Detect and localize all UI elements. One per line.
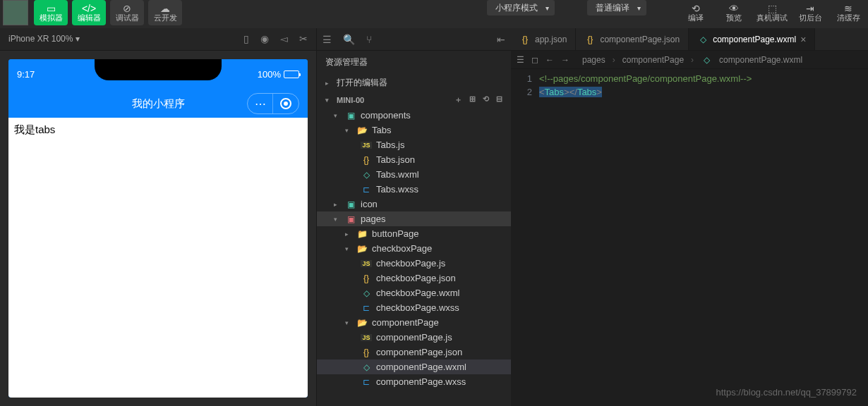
project-section[interactable]: ▾MINI-00 ＋ ⊞ ⟲ ⊟ (317, 92, 511, 108)
search-icon[interactable]: 🔍 (343, 34, 355, 45)
file-tabs-wxss[interactable]: ⊏Tabs.wxss (317, 182, 511, 197)
folder-components[interactable]: ▾▣components (317, 108, 511, 123)
file-checkbox-json[interactable]: {}checkboxPage.json (317, 271, 511, 285)
cut-icon[interactable]: ✂ (299, 33, 308, 44)
folder-tabs[interactable]: ▾📂Tabs (317, 123, 511, 137)
capsule-menu-button[interactable]: ⋯ (248, 94, 273, 113)
capsule-close-button[interactable] (273, 94, 299, 113)
code-area[interactable]: 12 <!--pages/componentPage/componentPage… (511, 69, 868, 102)
explorer-title: 资源管理器 (317, 51, 511, 74)
phone-preview: 9:17 100% 我的小程序 ⋯ 我是tabs (8, 59, 308, 398)
file-component-wxml[interactable]: ◇componentPage.wxml (317, 359, 511, 374)
new-file-icon[interactable]: ＋ (454, 94, 462, 105)
file-checkbox-wxml[interactable]: ◇checkboxPage.wxml (317, 285, 511, 300)
phone-notch (95, 59, 222, 80)
file-tabs-js[interactable]: JSTabs.js (317, 137, 511, 152)
file-component-wxss[interactable]: ⊏componentPage.wxss (317, 374, 511, 389)
tab-app-json[interactable]: {}app.json (511, 28, 576, 50)
simulator-panel: iPhone XR 100% ▾ ▯ ◉ ◅ ✂ 9:17 100% 我的小程序 (0, 28, 316, 406)
file-checkbox-js[interactable]: JScheckboxPage.js (317, 256, 511, 271)
editor-button[interactable]: </>编辑器 (72, 0, 106, 25)
list-icon[interactable]: ☰ (517, 55, 524, 65)
folder-componentpage[interactable]: ▾📂componentPage (317, 315, 511, 330)
app-title: 我的小程序 (132, 97, 185, 109)
preview-button[interactable]: 👁预览 (717, 0, 751, 25)
collapse-icon[interactable]: ⇤ (497, 34, 505, 45)
collapse-all-icon[interactable]: ⊟ (496, 94, 502, 105)
tab-componentpage-wxml[interactable]: ◇componentPage.wxml× (689, 28, 815, 50)
status-time: 9:17 (17, 69, 35, 80)
forward-icon[interactable]: → (561, 55, 569, 65)
new-folder-icon[interactable]: ⊞ (469, 94, 476, 105)
crumb-pages[interactable]: pages (582, 55, 605, 65)
refresh-icon[interactable]: ⟲ (483, 94, 489, 105)
file-tabs-wxml[interactable]: ◇Tabs.wxml (317, 167, 511, 182)
avatar[interactable] (3, 0, 28, 25)
file-checkbox-wxss[interactable]: ⊏checkboxPage.wxss (317, 300, 511, 315)
breadcrumb: ☰ ◻ ← → pages› componentPage› ◇component… (511, 51, 868, 69)
top-toolbar: ▭模拟器 </>编辑器 ⊘调试器 ☁云开发 小程序模式 普通编译 ⟲编译 👁预览… (0, 0, 868, 28)
mute-icon[interactable]: ◅ (280, 33, 288, 44)
folder-checkboxpage[interactable]: ▾📂checkboxPage (317, 241, 511, 256)
simulator-button[interactable]: ▭模拟器 (34, 0, 68, 25)
folder-pages[interactable]: ▾▣pages (317, 211, 511, 226)
explorer-panel: ☰ 🔍 ⑂ ⇤ 资源管理器 ▸打开的编辑器 ▾MINI-00 ＋ ⊞ ⟲ ⊟ ▾… (316, 28, 511, 406)
bookmark-icon[interactable]: ◻ (531, 55, 538, 65)
device-select[interactable]: iPhone XR 100% ▾ (8, 34, 80, 44)
battery-percent: 100% (258, 69, 281, 80)
close-icon[interactable]: × (800, 34, 806, 45)
file-tabs-json[interactable]: {}Tabs.json (317, 152, 511, 167)
device-orientation-icon[interactable]: ▯ (243, 33, 249, 44)
back-icon[interactable]: ← (545, 55, 554, 65)
battery-icon (284, 70, 299, 78)
explorer-toggle-icon[interactable]: ☰ (323, 34, 332, 45)
editor-tabs: {}app.json {}componentPage.json ◇compone… (511, 28, 868, 51)
remote-debug-button[interactable]: ⬚真机调试 (755, 0, 789, 25)
folder-buttonpage[interactable]: ▸📁buttonPage (317, 226, 511, 241)
file-component-json[interactable]: {}componentPage.json (317, 345, 511, 359)
line-gutter: 12 (511, 69, 539, 102)
background-button[interactable]: ⇥切后台 (793, 0, 827, 25)
watermark: https://blog.csdn.net/qq_37899792 (716, 387, 857, 398)
phone-content: 我是tabs (8, 118, 308, 398)
crumb-file[interactable]: componentPage.wxml (719, 55, 802, 65)
compile-dropdown[interactable]: 普通编译 (587, 0, 646, 16)
mode-dropdown[interactable]: 小程序模式 (487, 0, 555, 16)
cloud-button[interactable]: ☁云开发 (148, 0, 182, 25)
open-editors-section[interactable]: ▸打开的编辑器 (317, 74, 511, 92)
capsule: ⋯ (247, 93, 299, 114)
editor-panel: {}app.json {}componentPage.json ◇compone… (511, 28, 868, 406)
git-icon[interactable]: ⑂ (366, 34, 372, 45)
crumb-componentpage[interactable]: componentPage (622, 55, 684, 65)
debugger-button[interactable]: ⊘调试器 (110, 0, 144, 25)
folder-icon[interactable]: ▸▣icon (317, 197, 511, 211)
tab-componentpage-json[interactable]: {}componentPage.json (576, 28, 689, 50)
clear-cache-button[interactable]: ≋清缓存 (831, 0, 865, 25)
file-tree: ▸打开的编辑器 ▾MINI-00 ＋ ⊞ ⟲ ⊟ ▾▣components ▾📂… (317, 74, 511, 406)
record-icon[interactable]: ◉ (260, 33, 269, 44)
compile-button[interactable]: ⟲编译 (679, 0, 713, 25)
file-component-js[interactable]: JScomponentPage.js (317, 330, 511, 345)
